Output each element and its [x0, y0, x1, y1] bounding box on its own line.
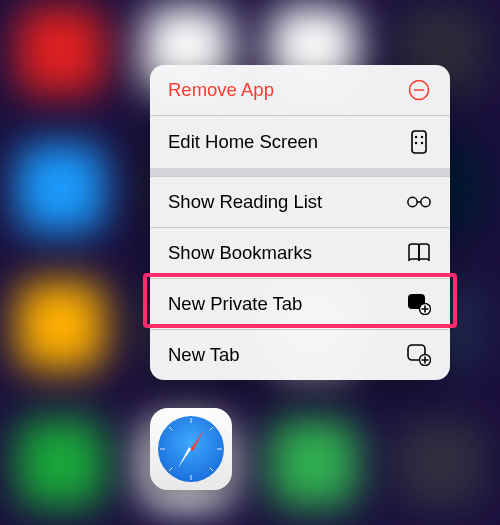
remove-circle-icon — [406, 79, 432, 101]
svg-line-22 — [169, 427, 173, 431]
menu-item-label: Remove App — [168, 79, 274, 101]
menu-item-show-reading-list[interactable]: Show Reading List — [150, 176, 450, 227]
tab-plus-icon — [406, 344, 432, 366]
menu-item-label: New Private Tab — [168, 293, 302, 315]
svg-marker-30 — [191, 430, 204, 451]
menu-item-label: Show Bookmarks — [168, 242, 312, 264]
menu-item-new-tab[interactable]: New Tab — [150, 329, 450, 380]
menu-item-new-private-tab[interactable]: New Private Tab — [150, 278, 450, 329]
safari-app-icon[interactable] — [150, 408, 232, 490]
svg-point-8 — [421, 197, 430, 206]
svg-marker-31 — [178, 447, 191, 468]
book-icon — [406, 243, 432, 263]
menu-item-remove-app[interactable]: Remove App — [150, 65, 450, 115]
private-tab-plus-icon — [406, 293, 432, 315]
svg-point-7 — [408, 197, 417, 206]
phone-apps-icon — [406, 130, 432, 154]
svg-point-3 — [415, 136, 417, 138]
svg-line-25 — [210, 427, 214, 431]
svg-line-23 — [210, 468, 214, 472]
app-context-menu: Remove App Edit Home Screen Show Reading… — [150, 65, 450, 380]
menu-separator — [150, 168, 450, 176]
menu-item-label: New Tab — [168, 344, 240, 366]
svg-point-5 — [415, 142, 417, 144]
svg-point-4 — [421, 136, 423, 138]
menu-item-show-bookmarks[interactable]: Show Bookmarks — [150, 227, 450, 278]
glasses-icon — [406, 195, 432, 209]
safari-compass-dial — [158, 416, 224, 482]
svg-point-6 — [421, 142, 423, 144]
menu-item-label: Show Reading List — [168, 191, 322, 213]
menu-item-label: Edit Home Screen — [168, 131, 318, 153]
svg-rect-2 — [412, 131, 426, 153]
svg-line-24 — [169, 468, 173, 472]
menu-item-edit-home-screen[interactable]: Edit Home Screen — [150, 115, 450, 168]
